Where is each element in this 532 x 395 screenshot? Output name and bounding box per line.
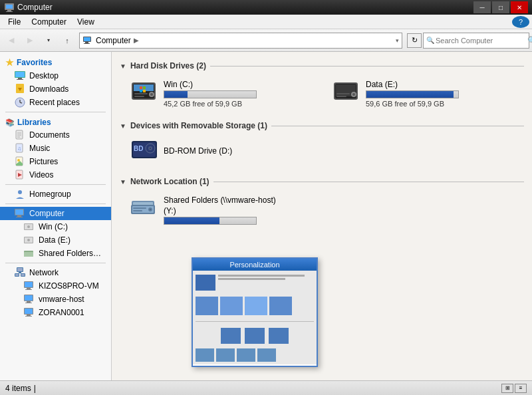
address-dropdown-arrow[interactable]: ▾ <box>396 37 399 44</box>
winc-drive-size: 45,2 GB free of 59,9 GB <box>164 100 319 108</box>
hdd-section-arrow[interactable]: ▼ <box>120 63 126 70</box>
sidebar-homegroup-label: Homegroup <box>29 190 71 199</box>
hdd-section-header: ▼ Hard Disk Drives (2) <box>120 61 524 70</box>
svg-rect-51 <box>25 289 32 290</box>
forward-button[interactable]: ▶ <box>21 32 39 49</box>
back-button[interactable]: ◀ <box>3 32 20 49</box>
window-controls[interactable]: ─ □ ✕ <box>473 1 528 13</box>
sidebar-favorites-header[interactable]: ★ Favorites <box>0 55 111 69</box>
close-button[interactable]: ✕ <box>511 1 528 13</box>
sidebar-sub-item-vmware[interactable]: vmware-host <box>0 293 111 306</box>
sidebar-item-desktop[interactable]: Desktop <box>0 69 111 82</box>
network-section-arrow[interactable]: ▼ <box>120 178 126 186</box>
removable-section-arrow[interactable]: ▼ <box>120 122 126 130</box>
sidebar-favorites-label: Favorites <box>17 58 52 67</box>
svg-rect-7 <box>84 43 90 44</box>
svg-line-16 <box>20 102 22 103</box>
sidebar-sub-datae-label: Data (E:) <box>39 235 70 245</box>
menu-computer[interactable]: Computer <box>26 16 72 28</box>
sidebar-libraries-header[interactable]: 📚 Libraries <box>0 115 111 128</box>
sidebar-sub-vmware-label: vmware-host <box>39 295 84 304</box>
network-drive-item-shared[interactable]: Shared Folders (\\vmware-host) (Y:) <box>128 193 524 229</box>
network-section-header: ▼ Network Location (1) <box>120 177 524 186</box>
address-arrow: ▶ <box>134 37 139 44</box>
downloads-icon <box>15 84 25 94</box>
up-button[interactable]: ↑ <box>59 32 76 49</box>
svg-rect-77 <box>336 96 346 97</box>
sidebar-item-documents[interactable]: Documents <box>0 128 111 142</box>
svg-rect-5 <box>84 37 90 41</box>
address-bar[interactable]: Computer ▶ ▾ <box>79 33 402 49</box>
sidebar-sub-item-kizos[interactable]: KIZOS8PRO-VM <box>0 279 111 293</box>
pictures-icon <box>15 156 25 167</box>
sidebar-item-pictures-label: Pictures <box>29 157 58 166</box>
view-list-button[interactable]: ≡ <box>515 384 527 393</box>
data-e-drive-icon <box>24 235 35 245</box>
computer-icon <box>15 208 25 219</box>
sidebar-item-computer[interactable]: Computer <box>0 207 111 220</box>
datae-drive-name: Data (E:) <box>366 80 521 89</box>
toolbar: ◀ ▶ ▾ ↑ Computer ▶ ▾ ↻ 🔍 🔍 <box>0 29 532 52</box>
sidebar-sub-item-datae[interactable]: Data (E:) <box>0 233 111 247</box>
removable-section-header: ▼ Devices with Removable Storage (1) <box>120 121 524 130</box>
svg-rect-76 <box>336 93 350 94</box>
zoran-computer-icon <box>24 307 35 318</box>
svg-rect-91 <box>133 210 142 211</box>
minimize-button[interactable]: ─ <box>473 1 491 13</box>
svg-rect-2 <box>7 10 11 11</box>
removable-drives-area: BD BD-ROM Drive (D:) <box>120 137 524 166</box>
sidebar-network-label: Network <box>29 268 59 277</box>
status-bar: 4 items | ⊞ ≡ <box>0 380 532 395</box>
datae-drive-info: Data (E:) 59,6 GB free of 59,9 GB <box>366 80 521 108</box>
sidebar-item-downloads[interactable]: Downloads <box>0 82 111 96</box>
maximize-button[interactable]: □ <box>492 1 509 13</box>
recent-places-icon <box>15 97 25 108</box>
sidebar-item-recent[interactable]: Recent places <box>0 96 111 109</box>
recent-locations-button[interactable]: ▾ <box>40 32 57 49</box>
address-computer-icon <box>82 36 93 45</box>
svg-rect-50 <box>27 288 31 289</box>
sidebar-item-network[interactable]: Network <box>0 266 111 279</box>
drive-item-datae[interactable]: Data (E:) 59,6 GB free of 59,9 GB <box>330 77 524 110</box>
bd-drive-name: BD-ROM Drive (D:) <box>164 146 521 156</box>
sidebar-item-music[interactable]: ♫ Music <box>0 142 111 155</box>
menu-view[interactable]: View <box>72 16 100 28</box>
drive-item-winc[interactable]: Win (C:) 45,2 GB free of 59,9 GB <box>128 77 322 110</box>
sidebar-sub-item-zoran[interactable]: ZORAN0001 <box>0 306 111 319</box>
help-button[interactable]: ? <box>512 16 529 28</box>
sidebar-favorites-section: ★ Favorites Desktop Downloads <box>0 55 111 109</box>
winc-bar-bg <box>164 90 257 98</box>
vmware-computer-icon <box>24 294 35 305</box>
menu-file[interactable]: File <box>3 16 26 28</box>
svg-rect-54 <box>27 301 31 303</box>
view-controls[interactable]: ⊞ ≡ <box>501 384 527 393</box>
sidebar-item-videos[interactable]: Videos <box>0 168 111 182</box>
svg-point-64 <box>150 93 153 96</box>
svg-text:BD: BD <box>134 145 143 152</box>
sidebar-sub-shared-label: Shared Folders (\\vmw... <box>39 249 102 258</box>
bd-rom-drive-item[interactable]: BD BD-ROM Drive (D:) <box>128 137 524 166</box>
network-drive-sub: (Y:) <box>164 206 521 215</box>
sidebar-item-desktop-label: Desktop <box>29 71 59 80</box>
svg-rect-3 <box>6 11 13 12</box>
hdd-section-label: Hard Disk Drives (2) <box>130 61 206 70</box>
search-submit-icon[interactable]: 🔍 <box>527 36 532 45</box>
sidebar-sub-zoran-label: ZORAN0001 <box>39 308 84 317</box>
svg-rect-53 <box>25 295 33 301</box>
sidebar-item-documents-label: Documents <box>29 130 70 140</box>
search-box[interactable]: 🔍 🔍 <box>423 33 529 49</box>
sidebar-item-homegroup[interactable]: Homegroup <box>0 188 111 201</box>
main-container: ★ Favorites Desktop Downloads <box>0 52 532 380</box>
address-computer-label: Computer <box>96 36 131 45</box>
search-input[interactable] <box>436 37 527 45</box>
svg-point-24 <box>17 159 20 162</box>
svg-rect-47 <box>21 274 25 276</box>
sidebar-item-pictures[interactable]: Pictures <box>0 155 111 168</box>
sidebar-sub-item-winc[interactable]: Win (C:) <box>0 220 111 233</box>
sidebar-sub-item-shared[interactable]: Shared Folders (\\vmw... <box>0 247 111 260</box>
view-large-icons-button[interactable]: ⊞ <box>501 384 513 393</box>
svg-point-89 <box>150 209 151 210</box>
status-separator: | <box>34 384 36 393</box>
refresh-button[interactable]: ↻ <box>407 33 422 48</box>
desktop-icon <box>15 70 25 81</box>
